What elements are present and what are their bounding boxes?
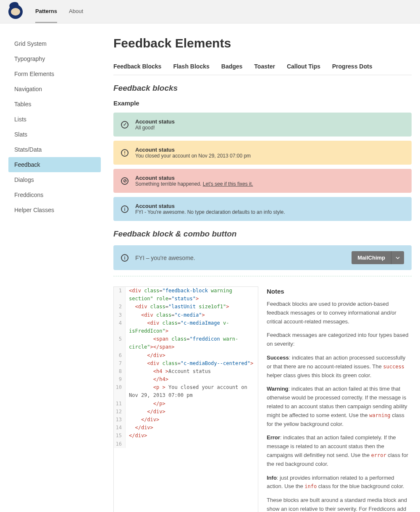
notes-warning: Warning: indicates that an action failed… [267, 385, 412, 428]
block-text: Something terrible happened. Let's see i… [135, 181, 253, 187]
feedback-block-info: i Account status FYI - You're awesome. N… [113, 197, 412, 221]
block-title: Account status [135, 118, 175, 125]
notes-info: Info: just provides information related … [267, 474, 412, 491]
topbar: PatternsAbout [0, 0, 420, 24]
section-divider [113, 276, 412, 276]
tab-toaster[interactable]: Toaster [254, 63, 275, 70]
notes-error: Error: indicates that an action failed c… [267, 433, 412, 468]
block-text: You closed your account on Nov 29, 2013 … [135, 153, 251, 159]
feedback-block-combo: i FYI – you're awesome. MailChimp [113, 245, 412, 270]
combo-button[interactable]: MailChimp [352, 251, 391, 264]
page-title: Feedback Elements [113, 36, 412, 50]
tab-flash-blocks[interactable]: Flash Blocks [173, 63, 209, 70]
check-circle-icon: ✓ [121, 121, 129, 129]
feedback-block-success: ✓ Account status All good! [113, 113, 412, 137]
code-block: 1<div class="feedback-block warning sect… [113, 286, 258, 512]
sidebar-item-form-elements[interactable]: Form Elements [8, 66, 101, 81]
sidebar-item-stats-data[interactable]: Stats/Data [8, 142, 101, 157]
section-feedback-blocks: Feedback blocks [113, 84, 412, 93]
block-title: Account status [135, 147, 251, 153]
feedback-block-warning: ! Account status You closed your account… [113, 141, 412, 165]
tab-badges[interactable]: Badges [221, 63, 243, 70]
sidebar-item-freddicons[interactable]: Freddicons [8, 187, 101, 202]
feedback-block-error: ⊘ Account status Something terrible happ… [113, 169, 412, 193]
combo-button-group: MailChimp [352, 251, 404, 264]
tab-feedback-blocks[interactable]: Feedback Blocks [113, 63, 161, 70]
mailchimp-logo [8, 5, 23, 19]
tab-progress-dots[interactable]: Progress Dots [332, 63, 373, 70]
topnav-item-patterns[interactable]: Patterns [35, 0, 57, 23]
info-circle-icon: i [121, 254, 129, 262]
notes-p7: These blocks are built around a standard… [267, 496, 412, 512]
notes-p1: Feedback blocks are used to provide acti… [267, 300, 412, 326]
section-combo: Feedback block & combo button [113, 229, 412, 239]
info-circle-icon: i [121, 205, 129, 213]
block-text: FYI - You're awesome. No type declaratio… [135, 209, 285, 215]
sidebar-item-navigation[interactable]: Navigation [8, 81, 101, 97]
error-fix-link[interactable]: Let's see if this fixes it. [203, 181, 253, 187]
block-title: Account status [135, 175, 253, 181]
sidebar-item-feedback[interactable]: Feedback [8, 157, 101, 172]
combo-text: FYI – you're awesome. [135, 255, 195, 261]
chevron-down-icon [396, 256, 400, 260]
sidebar-item-helper-classes[interactable]: Helper Classes [8, 202, 101, 218]
notes-p2: Feedback messages are categorized into f… [267, 331, 412, 349]
block-title: Account status [135, 203, 285, 209]
tab-callout-tips[interactable]: Callout Tips [287, 63, 320, 70]
notes-title: Notes [267, 286, 412, 297]
sidebar-item-slats[interactable]: Slats [8, 127, 101, 142]
top-nav: PatternsAbout [35, 0, 83, 23]
not-allowed-icon: ⊘ [121, 177, 129, 185]
notes-success: Success: indicates that an action proces… [267, 354, 412, 380]
sidebar-item-grid-system[interactable]: Grid System [8, 36, 101, 51]
main-content: Feedback Elements Feedback BlocksFlash B… [101, 36, 412, 512]
warn-circle-icon: ! [121, 149, 129, 157]
example-heading: Example [113, 100, 412, 107]
combo-dropdown-button[interactable] [391, 251, 404, 264]
sidebar-item-lists[interactable]: Lists [8, 112, 101, 127]
sidebar: Grid SystemTypographyForm ElementsNaviga… [8, 36, 101, 512]
content-tabs: Feedback BlocksFlash BlocksBadgesToaster… [113, 63, 412, 75]
notes-column: Notes Feedback blocks are used to provid… [267, 286, 412, 512]
block-text: All good! [135, 125, 175, 131]
sidebar-item-dialogs[interactable]: Dialogs [8, 172, 101, 187]
topnav-item-about[interactable]: About [69, 0, 83, 23]
sidebar-item-tables[interactable]: Tables [8, 97, 101, 112]
sidebar-item-typography[interactable]: Typography [8, 51, 101, 66]
